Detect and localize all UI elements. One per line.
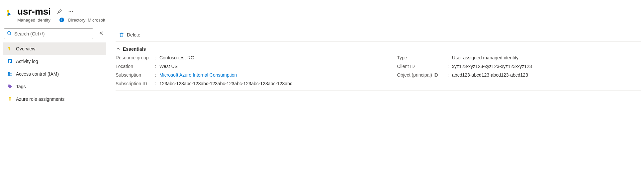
resource-group-value[interactable]: Contoso-test-RG — [159, 55, 194, 60]
sidebar-item-tags[interactable]: Tags — [3, 80, 106, 93]
sidebar-item-label: Access control (IAM) — [16, 71, 59, 77]
svg-point-20 — [9, 97, 11, 98]
sidebar-item-role-assignments[interactable]: Azure role assignments — [3, 93, 106, 105]
svg-point-7 — [72, 11, 73, 12]
svg-rect-21 — [10, 98, 11, 101]
object-id-label: Object (principal) ID — [397, 72, 447, 78]
key-icon — [7, 46, 13, 51]
essentials-toggle[interactable]: Essentials — [116, 42, 641, 55]
trash-icon — [119, 32, 124, 37]
subscription-id-value: 123abc-123abc-123abc-123abc-123abc-123ab… — [159, 81, 292, 86]
sidebar-item-access-control[interactable]: Access control (IAM) — [3, 68, 106, 80]
resource-type-label: Managed Identity — [17, 18, 50, 23]
managed-identity-icon — [5, 9, 14, 18]
essentials-row-subscription: Subscription : Microsoft Azure Internal … — [116, 72, 384, 78]
search-icon — [7, 31, 12, 36]
essentials-title: Essentials — [123, 46, 146, 52]
sidebar-search[interactable] — [4, 29, 93, 39]
essentials-row-resource-group: Resource group : Contoso-test-RG — [116, 55, 384, 60]
sidebar-item-label: Azure role assignments — [16, 96, 64, 102]
resource-group-label: Resource group — [116, 55, 155, 60]
essentials-row-subscription-id: Subscription ID : 123abc-123abc-123abc-1… — [116, 81, 384, 86]
essentials-row-object-id: Object (principal) ID : abcd123-abcd123-… — [397, 72, 641, 78]
object-id-value: abcd123-abcd123-abcd123-abcd123 — [452, 72, 528, 78]
delete-button[interactable]: Delete — [116, 31, 143, 39]
role-icon — [7, 96, 13, 102]
subscription-link[interactable]: Microsoft Azure Internal Consumption — [159, 72, 237, 78]
type-label: Type — [397, 55, 447, 60]
delete-label: Delete — [127, 32, 140, 37]
svg-rect-16 — [9, 62, 10, 63]
essentials-row-location: Location : West US — [116, 64, 384, 69]
sidebar-item-activity-log[interactable]: Activity log — [3, 55, 106, 68]
essentials-row-client-id: Client ID : xyz123-xyz123-xyz123-xyz123-… — [397, 64, 641, 69]
svg-point-19 — [9, 85, 9, 86]
svg-point-5 — [69, 11, 70, 12]
svg-line-9 — [10, 34, 12, 35]
essentials-panel: Resource group : Contoso-test-RG Locatio… — [116, 55, 641, 91]
tag-icon — [7, 84, 13, 89]
type-value: User assigned managed identity — [452, 55, 518, 60]
info-icon[interactable]: i — [59, 18, 64, 22]
page-title: usr-msi — [17, 7, 51, 17]
svg-rect-15 — [9, 61, 11, 62]
subscription-label: Subscription — [116, 72, 155, 78]
chevron-up-icon — [116, 46, 120, 52]
svg-rect-14 — [9, 60, 11, 61]
main-pane: Delete Essentials Resource group : Conto… — [106, 29, 641, 91]
location-value: West US — [159, 64, 178, 69]
svg-rect-22 — [120, 34, 123, 37]
sidebar-item-label: Overview — [16, 46, 35, 51]
sidebar: Overview Activity log Access control (IA… — [3, 29, 106, 105]
search-input[interactable] — [14, 31, 90, 37]
sidebar-item-label: Tags — [16, 84, 26, 89]
sidebar-item-label: Activity log — [16, 59, 38, 64]
svg-point-18 — [10, 73, 12, 74]
svg-rect-12 — [9, 50, 10, 50]
svg-point-6 — [70, 11, 71, 12]
client-id-value: xyz123-xyz123-xyz123-xyz123-xyz123 — [452, 64, 532, 69]
iam-icon — [7, 71, 13, 77]
collapse-sidebar-icon[interactable] — [98, 30, 105, 38]
directory-label: Directory: Microsoft — [68, 18, 105, 23]
divider: | — [54, 18, 55, 23]
client-id-label: Client ID — [397, 64, 447, 69]
resource-header: usr-msi Managed Identity | i Direct — [3, 7, 641, 23]
svg-line-4 — [57, 12, 59, 14]
svg-point-17 — [8, 72, 10, 74]
essentials-row-type: Type : User assigned managed identity — [397, 55, 641, 60]
subscription-id-label: Subscription ID — [116, 81, 155, 86]
more-icon[interactable] — [68, 9, 73, 14]
command-bar: Delete — [116, 29, 641, 42]
svg-point-8 — [8, 32, 11, 34]
activity-log-icon — [7, 59, 13, 64]
sidebar-item-overview[interactable]: Overview — [3, 42, 106, 55]
pin-icon[interactable] — [57, 9, 62, 14]
location-label: Location — [116, 64, 155, 69]
